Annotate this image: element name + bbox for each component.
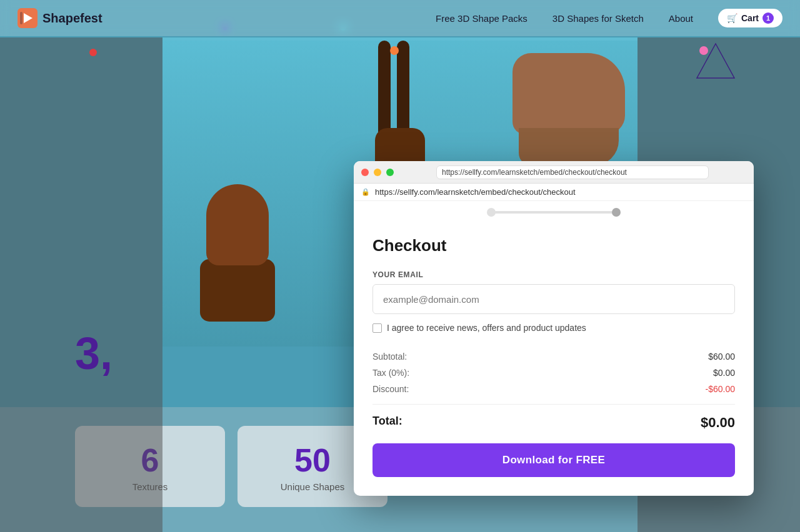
browser-address-bar[interactable]: 🔒 https://sellfy.com/learnsketch/embed/c…	[354, 184, 754, 201]
title-url-text: https://sellfy.com/learnsketch/embed/che…	[442, 168, 627, 177]
logo-area[interactable]: Shapefest	[18, 8, 102, 28]
checkout-title: Checkout	[372, 236, 735, 255]
stat-number-shapes: 50	[294, 441, 331, 479]
address-url-text: https://sellfy.com/learnsketch/embed/che…	[375, 187, 576, 197]
progress-track	[491, 211, 616, 214]
maximize-button[interactable]	[386, 169, 394, 176]
logo-icon	[18, 8, 38, 28]
tax-row: Tax (0%): $0.00	[372, 368, 735, 378]
hand-left	[188, 197, 288, 322]
lock-icon: 🔒	[361, 188, 370, 196]
side-overlay-left	[0, 37, 162, 532]
download-button[interactable]: Download for FREE	[372, 443, 735, 477]
minimize-button[interactable]	[374, 169, 381, 176]
order-summary: Subtotal: $60.00 Tax (0%): $0.00 Discoun…	[372, 352, 735, 431]
deco-dot-red	[89, 49, 97, 56]
cart-label: Cart	[741, 13, 759, 23]
discount-value: -$60.00	[706, 384, 735, 394]
stat-label-shapes: Unique Shapes	[281, 481, 345, 492]
discount-label: Discount:	[372, 384, 409, 394]
hero-count: 3,	[75, 328, 112, 379]
newsletter-label: I agree to receive news, offers and prod…	[387, 323, 586, 333]
total-label: Total:	[372, 415, 402, 431]
total-row: Total: $0.00	[372, 404, 735, 431]
browser-titlebar: https://sellfy.com/learnsketch/embed/che…	[354, 161, 754, 184]
subtotal-value: $60.00	[708, 352, 735, 362]
total-value: $0.00	[701, 415, 735, 431]
nav-item-shapes-sketch[interactable]: 3D Shapes for Sketch	[552, 13, 644, 24]
cart-icon: 🛒	[727, 13, 738, 23]
svg-marker-3	[697, 44, 734, 78]
subtotal-row: Subtotal: $60.00	[372, 352, 735, 362]
email-input[interactable]	[372, 284, 735, 314]
logo-text: Shapefest	[42, 11, 102, 26]
progress-step-1	[487, 208, 496, 217]
tax-label: Tax (0%):	[372, 368, 409, 378]
newsletter-row: I agree to receive news, offers and prod…	[372, 323, 735, 333]
navbar: Shapefest Free 3D Shape Packs 3D Shapes …	[0, 0, 800, 36]
progress-step-2	[612, 208, 621, 217]
tax-value: $0.00	[713, 368, 735, 378]
newsletter-checkbox[interactable]	[372, 323, 382, 333]
nav-item-free-packs[interactable]: Free 3D Shape Packs	[436, 13, 528, 24]
triangle-decoration	[694, 41, 738, 84]
svg-rect-2	[20, 12, 22, 24]
title-bar-url: https://sellfy.com/learnsketch/embed/che…	[436, 165, 709, 179]
cart-button[interactable]: 🛒 Cart 1	[718, 9, 782, 27]
subtotal-label: Subtotal:	[372, 352, 407, 362]
progress-bar-area	[354, 201, 754, 224]
cart-badge: 1	[762, 12, 774, 24]
nav-links: Free 3D Shape Packs 3D Shapes for Sketch…	[436, 9, 782, 27]
nav-item-about[interactable]: About	[669, 13, 693, 24]
checkout-content: Checkout YOUR EMAIL I agree to receive n…	[354, 224, 754, 496]
close-button[interactable]	[361, 169, 369, 176]
deco-dot-orange	[390, 46, 399, 55]
discount-row: Discount: -$60.00	[372, 384, 735, 394]
hand-right	[500, 53, 625, 165]
email-label: YOUR EMAIL	[372, 270, 735, 279]
browser-window: https://sellfy.com/learnsketch/embed/che…	[354, 161, 754, 496]
